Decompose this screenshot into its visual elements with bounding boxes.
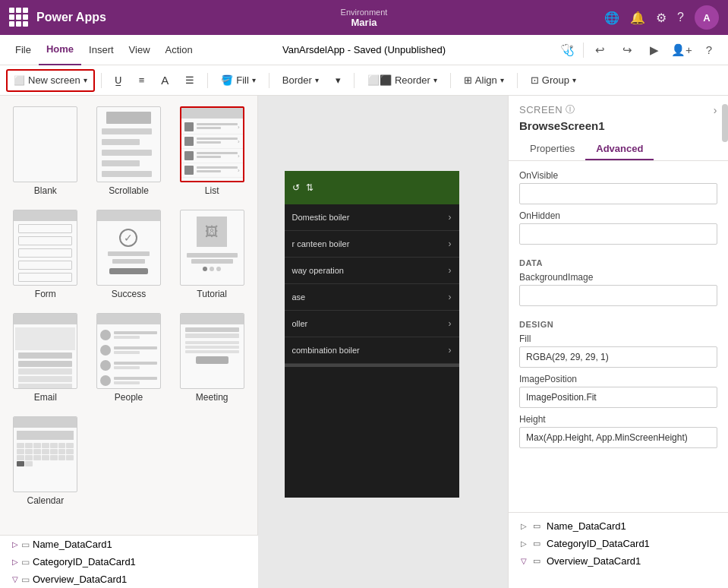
- list-thumb: › ›: [180, 106, 244, 182]
- canvas-list-item-4[interactable]: oller ›: [285, 311, 459, 337]
- onvisible-input[interactable]: [519, 183, 717, 204]
- reorder-icon: ⬜⬛: [367, 74, 392, 86]
- template-email-label: Email: [34, 392, 57, 403]
- border-button[interactable]: Border ▾: [276, 69, 326, 92]
- template-blank-label: Blank: [34, 185, 57, 196]
- canvas-list-item-1[interactable]: r canteen boiler ›: [285, 231, 459, 258]
- tree-folder-icon-1: ▭: [21, 539, 30, 550]
- toolbar-separator-5: [450, 73, 451, 88]
- health-icon[interactable]: 🩺: [556, 39, 578, 62]
- reorder-button[interactable]: ⬜⬛ Reorder ▾: [361, 69, 444, 92]
- tree-panel-expand-2: ▷: [521, 539, 527, 548]
- template-calendar[interactable]: Calendar: [8, 413, 84, 509]
- right-scroll-thumb: [722, 104, 728, 142]
- menu-view[interactable]: View: [121, 35, 158, 65]
- template-people[interactable]: People: [91, 310, 167, 406]
- list-chevron-4: ›: [449, 318, 452, 329]
- bell-icon[interactable]: 🔔: [630, 11, 645, 25]
- height-label: Height: [519, 414, 717, 425]
- form-thumb: [13, 210, 77, 286]
- app-save-status: VanArsdelApp - Saved (Unpublished): [282, 44, 446, 55]
- fill-button[interactable]: 🪣 Fill ▾: [214, 69, 263, 92]
- underline-button[interactable]: U̲: [108, 69, 129, 92]
- tree-panel-item-overview[interactable]: ▽ ▭ Overview_DataCard1: [509, 552, 728, 570]
- menu-action[interactable]: Action: [158, 35, 200, 65]
- tree-item-overview[interactable]: ▽ ▭ Overview_DataCard1: [0, 571, 258, 588]
- canvas-inner: ↺ ⇅ Domestic boiler › r canteen boiler ›…: [258, 96, 508, 588]
- align-layout-button[interactable]: ⊞ Align ▾: [457, 69, 511, 92]
- onvisible-label: OnVisible: [519, 170, 717, 181]
- tab-advanced[interactable]: Advanced: [585, 138, 654, 160]
- menu-home[interactable]: Home: [39, 35, 81, 65]
- help-icon[interactable]: ?: [677, 11, 684, 24]
- onhidden-input[interactable]: [519, 223, 717, 245]
- redo-icon[interactable]: ↪: [616, 39, 638, 62]
- tree-panel-item-name[interactable]: ▷ ▭ Name_DataCard1: [509, 517, 728, 535]
- undo-icon[interactable]: ↩: [588, 39, 611, 62]
- template-success[interactable]: ✓ Success: [91, 207, 167, 302]
- template-meeting[interactable]: Meeting: [174, 310, 250, 406]
- right-panel-header: SCREEN ⓘ › BrowseScreen1 Properties Adva…: [509, 96, 728, 161]
- image-position-input[interactable]: [519, 387, 717, 408]
- menu-insert[interactable]: Insert: [81, 35, 121, 65]
- email-thumb: [13, 313, 77, 389]
- group-button[interactable]: ⊡ Group ▾: [524, 69, 583, 92]
- design-section-label: DESIGN: [519, 320, 717, 329]
- chevron-down-button[interactable]: ▾: [329, 69, 348, 92]
- fill-chevron-icon: ▾: [252, 76, 256, 84]
- canvas-list-item-0[interactable]: Domestic boiler ›: [285, 204, 459, 231]
- success-thumb: ✓: [96, 210, 161, 286]
- alignment-button[interactable]: ☰: [178, 69, 201, 92]
- canvas-header: ↺ ⇅: [285, 171, 459, 204]
- tree-item-name[interactable]: ▷ ▭ Name_DataCard1: [0, 536, 258, 553]
- environment-user: Maria: [341, 17, 388, 28]
- app-saved-label: Environment Maria: [341, 8, 388, 28]
- user-avatar[interactable]: A: [695, 5, 719, 30]
- info-icon[interactable]: ⓘ: [566, 103, 575, 116]
- menu-file[interactable]: File: [8, 35, 39, 65]
- toolbar-separator-6: [517, 73, 518, 88]
- title-icons: 🌐 🔔 ⚙ ? A: [604, 5, 719, 30]
- meeting-thumb: [180, 313, 244, 389]
- cloud-icon[interactable]: 🌐: [604, 11, 619, 25]
- font-color-button[interactable]: A: [154, 69, 175, 92]
- screen-name: BrowseScreen1: [519, 119, 717, 132]
- canvas-area: ↺ ⇅ Domestic boiler › r canteen boiler ›…: [258, 96, 508, 588]
- new-screen-button[interactable]: ⬜ New screen ▾: [6, 69, 95, 92]
- background-image-input[interactable]: [519, 285, 717, 306]
- fill-input[interactable]: [519, 346, 717, 368]
- new-screen-icon: ⬜: [14, 75, 25, 86]
- canvas-list-item-5[interactable]: combination boiler ›: [285, 337, 459, 364]
- chevron-expand-icon[interactable]: ›: [714, 104, 717, 116]
- canvas-list-item-2[interactable]: way operation ›: [285, 258, 459, 284]
- bottom-tree-panel: ▷ ▭ Name_DataCard1 ▷ ▭ CategoryID_DataCa…: [509, 512, 728, 588]
- scrollable-thumb: [96, 106, 161, 182]
- fill-label: Fill: [519, 334, 717, 344]
- tree-item-category[interactable]: ▷ ▭ CategoryID_DataCard1: [0, 553, 258, 571]
- template-tutorial[interactable]: 🖼 Tutorial: [174, 207, 250, 302]
- screen-templates-panel: Blank Scrollable: [0, 96, 258, 588]
- template-tutorial-label: Tutorial: [197, 289, 227, 299]
- template-email[interactable]: Email: [8, 310, 84, 406]
- tab-bar: Properties Advanced: [519, 138, 717, 160]
- group-chevron-icon: ▾: [572, 76, 576, 84]
- template-scrollable[interactable]: Scrollable: [91, 103, 167, 199]
- template-form[interactable]: Form: [8, 207, 84, 302]
- group-icon: ⊡: [531, 74, 539, 86]
- canvas-list-item-3[interactable]: ase ›: [285, 284, 459, 311]
- share-icon[interactable]: 👤+: [670, 39, 693, 62]
- right-scroll-track: [722, 96, 728, 400]
- new-screen-chevron-icon: ▾: [84, 76, 87, 84]
- align-button[interactable]: ≡: [132, 69, 152, 92]
- template-list[interactable]: › ›: [174, 103, 250, 199]
- tab-properties[interactable]: Properties: [519, 138, 585, 160]
- help2-icon[interactable]: ?: [698, 39, 720, 62]
- tree-panel-expand-3: ▽: [521, 557, 527, 565]
- waffle-icon[interactable]: [9, 8, 29, 27]
- tree-panel-item-category[interactable]: ▷ ▭ CategoryID_DataCard1: [509, 535, 728, 552]
- play-icon[interactable]: ▶: [643, 39, 666, 62]
- tree-expand-icon-3: ▽: [12, 575, 18, 583]
- settings-icon[interactable]: ⚙: [656, 11, 667, 25]
- template-blank[interactable]: Blank: [8, 103, 84, 199]
- height-input[interactable]: [519, 427, 717, 448]
